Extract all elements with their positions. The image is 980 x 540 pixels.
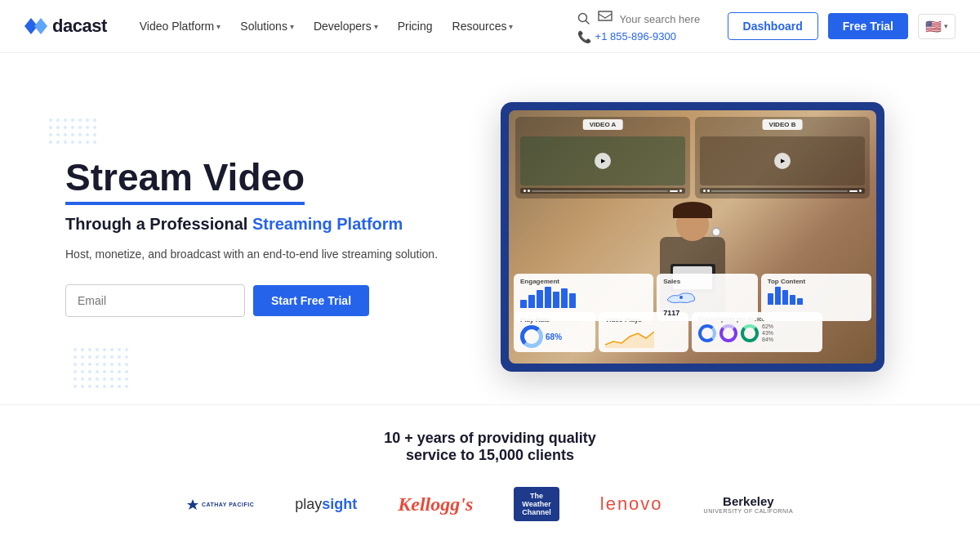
- hero-description: Host, monetize, and broadcast with an en…: [65, 245, 438, 263]
- hero-right: VIDEO A ▶: [438, 102, 915, 372]
- nav-video-platform[interactable]: Video Platform ▾: [131, 15, 229, 38]
- phone-number[interactable]: +1 855-896-9300: [595, 30, 676, 42]
- hero-content: Stream Video Through a Professional Stre…: [0, 53, 980, 404]
- search-row: [577, 10, 718, 29]
- chevron-down-icon: ▾: [216, 22, 220, 31]
- brand-berkeley[interactable]: Berkeley University of California: [704, 494, 794, 514]
- brand-weather-channel[interactable]: The Weather Channel: [514, 487, 559, 521]
- phone-area: 📞 +1 855-896-9300: [577, 30, 718, 43]
- search-icon[interactable]: [577, 12, 590, 25]
- video-label-b: VIDEO B: [763, 119, 803, 130]
- brand-lenovo[interactable]: lenovo: [600, 493, 663, 515]
- flag-icon: 🇺🇸: [925, 19, 942, 34]
- free-trial-button[interactable]: Free Trial: [828, 13, 908, 39]
- svg-marker-2: [605, 332, 654, 348]
- chevron-down-icon: ▾: [374, 22, 378, 31]
- dashboard-button[interactable]: Dashboard: [728, 12, 818, 40]
- play-button-b[interactable]: ▶: [774, 153, 791, 169]
- stat-top-content: Top Content: [761, 274, 871, 321]
- stats-overlay-2: Engagement: [509, 274, 876, 321]
- stat-engagement: Engagement: [514, 274, 653, 321]
- hero-section: Stream Video Through a Professional Stre…: [0, 53, 980, 404]
- search-input[interactable]: [620, 13, 718, 25]
- svg-line-1: [586, 21, 589, 25]
- nav-resources[interactable]: Resources ▾: [444, 15, 522, 38]
- header: dacast Video Platform ▾ Solutions ▾ Deve…: [0, 0, 980, 53]
- phone-icon: 📞: [577, 30, 591, 43]
- chevron-down-icon: ▾: [944, 22, 948, 30]
- logo[interactable]: dacast: [24, 16, 107, 37]
- brand-kelloggs[interactable]: Kellogg's: [398, 493, 473, 515]
- play-button-a[interactable]: ▶: [595, 153, 611, 169]
- cursor-indicator: [711, 227, 721, 237]
- logo-text: dacast: [52, 16, 107, 37]
- start-free-trial-button[interactable]: Start Free Trial: [253, 285, 369, 316]
- svg-point-3: [679, 296, 683, 299]
- language-selector[interactable]: 🇺🇸 ▾: [918, 14, 956, 39]
- hero-left: Stream Video Through a Professional Stre…: [65, 157, 438, 317]
- hero-subtitle: Through a Professional Streaming Platfor…: [65, 215, 438, 234]
- video-inner: VIDEO A ▶: [509, 110, 876, 364]
- years-text: 10 + years of providing quality service …: [16, 430, 964, 464]
- video-label-a: VIDEO A: [583, 119, 623, 130]
- brand-cathay-pacific[interactable]: CATHAY PACIFIC: [187, 498, 254, 510]
- hero-form: Start Free Trial: [65, 284, 438, 317]
- email-input[interactable]: [65, 284, 245, 317]
- main-nav: Video Platform ▾ Solutions ▾ Developers …: [131, 15, 522, 38]
- brand-playsight[interactable]: playsight: [295, 496, 357, 513]
- streaming-platform-link[interactable]: Streaming Platform: [252, 215, 403, 233]
- stat-sales: Sales 7117: [657, 274, 757, 321]
- header-left: dacast Video Platform ▾ Solutions ▾ Deve…: [24, 15, 521, 38]
- video-mockup: VIDEO A ▶: [501, 102, 884, 372]
- contact-icon[interactable]: [597, 10, 613, 29]
- search-group: 📞 +1 855-896-9300: [577, 10, 718, 43]
- nav-solutions[interactable]: Solutions ▾: [232, 15, 302, 38]
- chevron-down-icon: ▾: [290, 22, 294, 31]
- social-proof-section: 10 + years of providing quality service …: [0, 404, 980, 538]
- brand-logos-row: CATHAY PACIFIC playsight Kellogg's The W…: [16, 487, 964, 521]
- nav-developers[interactable]: Developers ▾: [305, 15, 386, 38]
- chevron-down-icon: ▾: [509, 22, 513, 31]
- nav-pricing[interactable]: Pricing: [390, 15, 441, 38]
- header-right: 📞 +1 855-896-9300 Dashboard Free Trial 🇺…: [577, 10, 956, 43]
- hero-title: Stream Video: [65, 157, 305, 205]
- dacast-logo-icon: [24, 16, 47, 36]
